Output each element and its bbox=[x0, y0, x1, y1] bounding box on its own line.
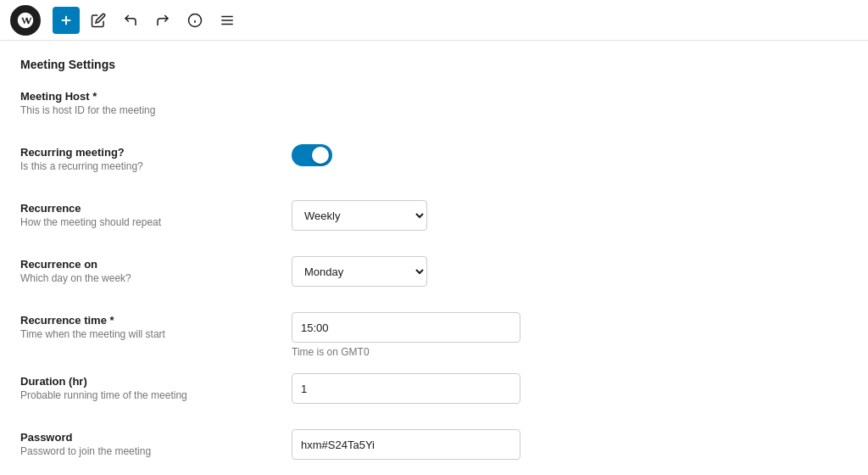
password-control bbox=[292, 429, 848, 460]
wp-logo bbox=[10, 5, 41, 36]
password-row: Password Password to join the meeting bbox=[20, 429, 848, 470]
recurrence-row: Recurrence How the meeting should repeat… bbox=[20, 200, 848, 241]
recurrence-on-label-group: Recurrence on Which day on the week? bbox=[20, 256, 292, 284]
duration-input[interactable] bbox=[292, 373, 520, 404]
recurrence-description: How the meeting should repeat bbox=[20, 216, 292, 228]
main-content: Meeting Settings Meeting Host * This is … bbox=[0, 41, 868, 475]
duration-description: Probable running time of the meeting bbox=[20, 389, 292, 401]
recurrence-time-control: Time is on GMT0 bbox=[292, 312, 848, 358]
recurrence-on-row: Recurrence on Which day on the week? Mon… bbox=[20, 256, 848, 297]
meeting-host-label-group: Meeting Host * This is host ID for the m… bbox=[20, 88, 292, 116]
duration-label: Duration (hr) bbox=[20, 375, 292, 388]
recurring-meeting-label-group: Recurring meeting? Is this a recurring m… bbox=[20, 144, 292, 172]
meeting-host-row: Meeting Host * This is host ID for the m… bbox=[20, 88, 848, 129]
info-button[interactable] bbox=[181, 7, 209, 34]
recurring-meeting-row: Recurring meeting? Is this a recurring m… bbox=[20, 144, 848, 185]
meeting-host-label: Meeting Host * bbox=[20, 90, 292, 103]
recurrence-control: Weekly Daily Monthly bbox=[292, 200, 848, 231]
page-title: Meeting Settings bbox=[20, 58, 848, 71]
meeting-host-description: This is host ID for the meeting bbox=[20, 104, 292, 116]
add-button[interactable] bbox=[53, 7, 80, 34]
recurrence-time-hint: Time is on GMT0 bbox=[292, 346, 848, 358]
toolbar bbox=[0, 0, 868, 41]
duration-control bbox=[292, 373, 848, 404]
recurrence-on-label: Recurrence on bbox=[20, 258, 292, 271]
password-input[interactable] bbox=[292, 429, 520, 460]
recurrence-time-description: Time when the meeting will start bbox=[20, 328, 292, 340]
recurring-meeting-label: Recurring meeting? bbox=[20, 146, 292, 159]
recurrence-select[interactable]: Weekly Daily Monthly bbox=[292, 200, 427, 231]
duration-row: Duration (hr) Probable running time of t… bbox=[20, 373, 848, 414]
undo-button[interactable] bbox=[117, 7, 144, 34]
recurrence-time-label: Recurrence time * bbox=[20, 314, 292, 327]
edit-button[interactable] bbox=[85, 7, 112, 34]
recurrence-label: Recurrence bbox=[20, 202, 292, 215]
recurrence-on-select[interactable]: Monday Tuesday Wednesday Thursday Friday… bbox=[292, 256, 427, 287]
recurrence-label-group: Recurrence How the meeting should repeat bbox=[20, 200, 292, 228]
redo-button[interactable] bbox=[149, 7, 176, 34]
recurrence-time-input[interactable] bbox=[292, 312, 520, 343]
recurrence-time-label-group: Recurrence time * Time when the meeting … bbox=[20, 312, 292, 340]
recurring-meeting-description: Is this a recurring meeting? bbox=[20, 160, 292, 172]
duration-label-group: Duration (hr) Probable running time of t… bbox=[20, 373, 292, 401]
password-label: Password bbox=[20, 431, 292, 444]
password-description: Password to join the meeting bbox=[20, 445, 292, 457]
recurrence-on-control: Monday Tuesday Wednesday Thursday Friday… bbox=[292, 256, 848, 287]
toggle-slider bbox=[292, 144, 332, 166]
recurrence-time-row: Recurrence time * Time when the meeting … bbox=[20, 312, 848, 358]
recurrence-on-description: Which day on the week? bbox=[20, 272, 292, 284]
recurring-meeting-toggle[interactable] bbox=[292, 144, 332, 166]
recurring-meeting-control bbox=[292, 144, 848, 166]
password-label-group: Password Password to join the meeting bbox=[20, 429, 292, 457]
menu-button[interactable] bbox=[214, 7, 241, 34]
